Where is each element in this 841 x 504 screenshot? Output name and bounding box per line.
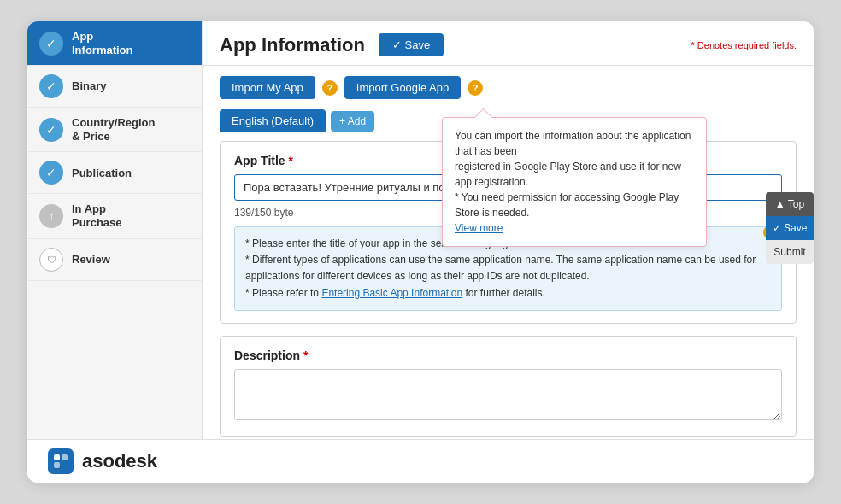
sidebar-label-purchase: In App Purchase [72, 202, 122, 229]
svg-rect-0 [54, 454, 60, 460]
content-area: Import My App ? Import Google App ? You … [203, 66, 814, 439]
sidebar-label-app-information: App Information [72, 30, 133, 56]
right-action-panel: ▲ Top ✓ Save Submit [766, 192, 814, 264]
tooltip-line1: You can import the information about the… [455, 130, 691, 157]
hint-line2: * Different types of applications can us… [245, 254, 756, 282]
add-language-button[interactable]: + Add [331, 111, 374, 132]
sidebar-item-country-region[interactable]: ✓ Country/Region & Price [27, 108, 202, 152]
footer-bar: asodesk [27, 439, 814, 483]
tab-english-default[interactable]: English (Default) [220, 109, 326, 132]
sidebar-item-publication[interactable]: ✓ Publication [27, 152, 202, 194]
sidebar-item-review[interactable]: 🛡 Review [27, 239, 202, 281]
hint-suffix: for further details. [462, 287, 545, 299]
tooltip-line3: * You need permission for accessing Goog… [455, 191, 679, 219]
sidebar-label-publication: Publication [72, 167, 132, 180]
shield-icon-review: 🛡 [39, 248, 63, 272]
svg-rect-2 [54, 462, 60, 468]
sidebar-item-in-app-purchase[interactable]: ↑ In App Purchase [27, 194, 202, 238]
sidebar-item-binary[interactable]: ✓ Binary [27, 66, 202, 108]
description-section: Description * [220, 336, 797, 437]
sidebar-item-app-information[interactable]: ✓ App Information [27, 21, 202, 66]
asodesk-brand-text: asodesk [82, 450, 157, 472]
import-my-app-help-icon[interactable]: ? [322, 80, 338, 96]
submit-button[interactable]: Submit [766, 240, 814, 264]
entering-basic-info-link[interactable]: Entering Basic App Information [321, 287, 462, 299]
svg-rect-1 [62, 454, 68, 460]
check-icon: ✓ [39, 32, 63, 56]
save-button-header[interactable]: ✓ Save [379, 33, 444, 56]
required-star-title: * [289, 154, 293, 167]
required-star-desc: * [303, 349, 308, 362]
import-google-app-button[interactable]: Import Google App [344, 76, 461, 99]
import-my-app-button[interactable]: Import My App [220, 76, 315, 99]
check-icon-publication: ✓ [39, 161, 63, 185]
main-header: App Information ✓ Save * Denotes require… [203, 21, 814, 66]
asodesk-logo-icon [48, 448, 74, 474]
upload-icon-purchase: ↑ [39, 204, 63, 228]
check-icon-binary: ✓ [39, 74, 63, 98]
tooltip-view-more-link[interactable]: View more [455, 222, 503, 234]
sidebar-label-country: Country/Region & Price [72, 116, 156, 143]
import-google-app-help-icon[interactable]: ? [468, 80, 483, 96]
page-title: App Information [220, 34, 365, 56]
google-app-tooltip: You can import the information about the… [442, 117, 707, 247]
sidebar: ✓ App Information ✓ Binary ✓ Country/Reg… [27, 21, 203, 439]
asodesk-logo-svg [52, 453, 69, 470]
byte-count: 139/150 byte [234, 207, 293, 219]
top-button[interactable]: ▲ Top [766, 192, 814, 216]
description-label: Description * [234, 349, 782, 362]
tooltip-line2: registered in Google Play Store and use … [455, 161, 681, 188]
save-button-right[interactable]: ✓ Save [766, 216, 814, 240]
required-note: * Denotes required fields. [691, 40, 797, 50]
check-icon-country: ✓ [39, 118, 63, 142]
main-content: App Information ✓ Save * Denotes require… [203, 21, 814, 439]
description-textarea[interactable] [234, 369, 782, 420]
sidebar-label-review: Review [72, 253, 110, 267]
import-row: Import My App ? Import Google App ? [220, 76, 797, 99]
sidebar-label-binary: Binary [72, 79, 106, 93]
